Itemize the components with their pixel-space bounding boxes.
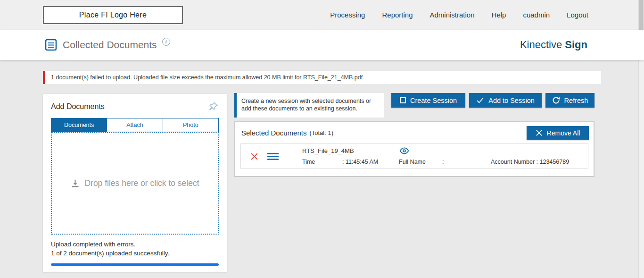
selected-documents-panel: Selected Documents (Total: 1) Remove All [234, 121, 594, 177]
upload-status-line2: 1 of 2 document(s) uploaded successfully… [51, 249, 219, 258]
nav-user-cuadmin[interactable]: cuadmin [523, 11, 550, 19]
add-documents-header: Add Documents [51, 101, 219, 112]
fullname-label: Full Name [399, 159, 442, 165]
upload-status: Upload completed with errors. 1 of 2 doc… [51, 240, 219, 258]
nav-processing[interactable]: Processing [330, 11, 365, 19]
add-documents-title: Add Documents [51, 102, 105, 111]
nav-help[interactable]: Help [492, 11, 506, 19]
add-documents-tabs: Documents Attach Photo [51, 118, 219, 132]
document-row: RTS_File_19_4MB Time: 11:45:45 AM Full N… [240, 143, 588, 169]
session-instruction-text: Create a new session with selected docum… [241, 98, 371, 112]
preview-eye-icon[interactable] [399, 147, 491, 154]
selected-documents-header: Selected Documents (Total: 1) Remove All [235, 122, 594, 141]
pin-icon[interactable] [208, 101, 219, 112]
top-bar: Place FI Logo Here Processing Reporting … [0, 0, 644, 30]
upload-error-message: 1 document(s) failed to upload. Uploaded… [51, 74, 363, 81]
upload-progress-bar [51, 263, 219, 266]
top-nav: Processing Reporting Administration Help… [330, 11, 588, 19]
selected-documents-total: (Total: 1) [309, 129, 333, 136]
session-instruction-note: Create a new session with selected docum… [234, 93, 384, 118]
remove-all-label: Remove All [547, 129, 580, 137]
dropzone-label: Drop files here or click to select [84, 178, 199, 188]
add-to-session-label: Add to Session [488, 97, 535, 104]
document-fullname-field: Full Name: [399, 159, 491, 165]
check-icon [476, 97, 484, 104]
refresh-icon [552, 96, 560, 104]
upload-status-line1: Upload completed with errors. [51, 240, 219, 249]
download-icon [70, 178, 80, 188]
file-dropzone[interactable]: Drop files here or click to select [51, 132, 219, 235]
document-filename: RTS_File_19_4MB [302, 147, 399, 154]
remove-document-icon[interactable] [250, 152, 259, 161]
document-row-controls [246, 152, 302, 161]
brand-name: Kinective [520, 39, 565, 51]
fi-logo-placeholder: Place FI Logo Here [43, 6, 183, 24]
document-row-content: RTS_File_19_4MB Time: 11:45:45 AM Full N… [302, 147, 583, 165]
remove-all-x-icon [536, 129, 543, 136]
session-actions: Create Session Add to Session Refresh [391, 93, 594, 108]
nav-reporting[interactable]: Reporting [382, 11, 413, 19]
add-to-session-button[interactable]: Add to Session [469, 93, 542, 108]
remove-all-button[interactable]: Remove All [527, 126, 589, 140]
refresh-button[interactable]: Refresh [545, 93, 594, 108]
tab-attach[interactable]: Attach [107, 118, 162, 132]
time-value: : 11:45:45 AM [342, 159, 378, 165]
page-title: Collected Documents [63, 39, 157, 51]
create-session-button[interactable]: Create Session [391, 93, 465, 108]
document-account-field: Account Number : 123456789 [491, 159, 583, 165]
page-header: Collected Documents i Kinective Sign [0, 30, 644, 60]
upload-error-alert: 1 document(s) failed to upload. Uploaded… [43, 71, 601, 84]
add-documents-panel: Add Documents Documents Attach Photo Dro… [43, 94, 227, 272]
nav-administration[interactable]: Administration [430, 11, 475, 19]
collected-documents-icon [45, 39, 57, 51]
create-session-icon [400, 97, 406, 103]
tab-photo[interactable]: Photo [163, 118, 218, 132]
tab-documents[interactable]: Documents [51, 118, 107, 132]
nav-logout[interactable]: Logout [567, 11, 588, 19]
drag-handle-icon[interactable] [267, 152, 279, 160]
brand-suffix: Sign [565, 39, 587, 51]
refresh-label: Refresh [564, 97, 588, 104]
info-icon[interactable]: i [162, 38, 170, 46]
brand-logo: Kinective Sign [520, 39, 587, 51]
document-time-field: Time: 11:45:45 AM [302, 159, 399, 165]
fi-logo-text: Place FI Logo Here [79, 11, 147, 19]
fullname-value: : [442, 159, 444, 165]
scrollbar-thumb[interactable] [639, 0, 644, 34]
create-session-label: Create Session [410, 97, 457, 104]
selected-documents-title: Selected Documents [241, 129, 306, 137]
time-label: Time [302, 159, 342, 165]
